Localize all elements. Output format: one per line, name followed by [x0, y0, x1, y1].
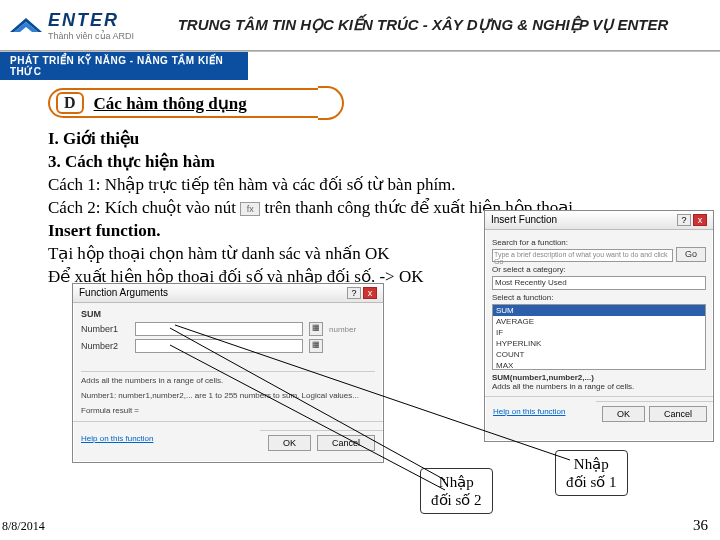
list-item[interactable]: SUM [493, 305, 705, 316]
brand-sub: Thành viên của ARDI [48, 31, 134, 41]
dlg1-cancel-button[interactable]: Cancel [317, 435, 375, 451]
function-arguments-dialog: Function Arguments ? x SUM Number1 ▦ num… [72, 283, 384, 463]
dialog1-title: Function Arguments [79, 287, 168, 299]
category-select[interactable]: Most Recently Used [492, 276, 706, 290]
search-label: Search for a function: [492, 238, 568, 247]
list-item[interactable]: IF [493, 327, 705, 338]
header: ENTER Thành viên của ARDI TRUNG TÂM TIN … [0, 0, 720, 50]
section-badge: D [56, 92, 84, 114]
help-icon[interactable]: ? [677, 214, 691, 226]
dlg1-fn-name: SUM [81, 309, 101, 319]
fx-button-icon: fx [240, 202, 260, 216]
number1-label: Number1 [81, 324, 129, 334]
dlg1-argdesc: Number1: number1,number2,... are 1 to 25… [81, 391, 375, 400]
dlg2-ok-button[interactable]: OK [602, 406, 645, 422]
ref-icon[interactable]: ▦ [309, 322, 323, 336]
go-button[interactable]: Go [676, 247, 706, 262]
number1-hint: number [329, 325, 375, 334]
brand-name: ENTER [48, 10, 134, 31]
close-icon[interactable]: x [693, 214, 707, 226]
line-2: 3. Cách thực hiện hàm [48, 152, 215, 171]
dlg2-help-link[interactable]: Help on this function [485, 405, 574, 418]
callout-arg2: Nhập đối số 2 [420, 468, 493, 514]
dlg2-syntax: SUM(number1,number2,...) [492, 373, 594, 382]
dlg1-result: Formula result = [81, 406, 375, 415]
help-icon[interactable]: ? [347, 287, 361, 299]
logo-icon [8, 12, 44, 38]
list-item[interactable]: MAX [493, 360, 705, 370]
list-item[interactable]: AVERAGE [493, 316, 705, 327]
dlg1-help-link[interactable]: Help on this function [73, 432, 162, 445]
brand-logo: ENTER Thành viên của ARDI [8, 10, 134, 41]
close-icon[interactable]: x [363, 287, 377, 299]
dialog1-titlebar: Function Arguments ? x [73, 284, 383, 303]
tagline-bar: PHÁT TRIỂN KỸ NĂNG - NÂNG TẦM KIẾN THỨC [0, 52, 248, 80]
callout-arg1: Nhập đối số 1 [555, 450, 628, 496]
category-label: Or select a category: [492, 265, 566, 274]
number1-input[interactable] [135, 322, 303, 336]
number2-label: Number2 [81, 341, 129, 351]
dlg1-ok-button[interactable]: OK [268, 435, 311, 451]
function-list-label: Select a function: [492, 293, 553, 302]
insert-function-dialog: Insert Function ? x Search for a functio… [484, 210, 714, 442]
line-1: I. Giới thiệu [48, 129, 139, 148]
footer-date: 8/8/2014 [2, 519, 45, 534]
dlg1-desc: Adds all the numbers in a range of cells… [81, 376, 375, 385]
line-3: Cách 1: Nhập trực tiếp tên hàm và các đố… [48, 174, 690, 197]
list-item[interactable]: COUNT [493, 349, 705, 360]
list-item[interactable]: HYPERLINK [493, 338, 705, 349]
footer-page: 36 [693, 517, 708, 534]
number2-input[interactable] [135, 339, 303, 353]
dlg2-cancel-button[interactable]: Cancel [649, 406, 707, 422]
section-title: Các hàm thông dụng [94, 93, 247, 114]
ref-icon[interactable]: ▦ [309, 339, 323, 353]
dialog2-title: Insert Function [491, 214, 557, 226]
search-input[interactable]: Type a brief description of what you wan… [492, 249, 673, 262]
dlg2-desc: Adds all the numbers in a range of cells… [492, 382, 706, 391]
section-header: D Các hàm thông dụng [48, 88, 336, 118]
function-list[interactable]: SUM AVERAGE IF HYPERLINK COUNT MAX SIN [492, 304, 706, 370]
dialog2-titlebar: Insert Function ? x [485, 211, 713, 230]
line-5: Insert function. [48, 221, 160, 240]
header-center-title: TRUNG TÂM TIN HỌC KIẾN TRÚC - XÂY DỰNG &… [134, 16, 712, 34]
